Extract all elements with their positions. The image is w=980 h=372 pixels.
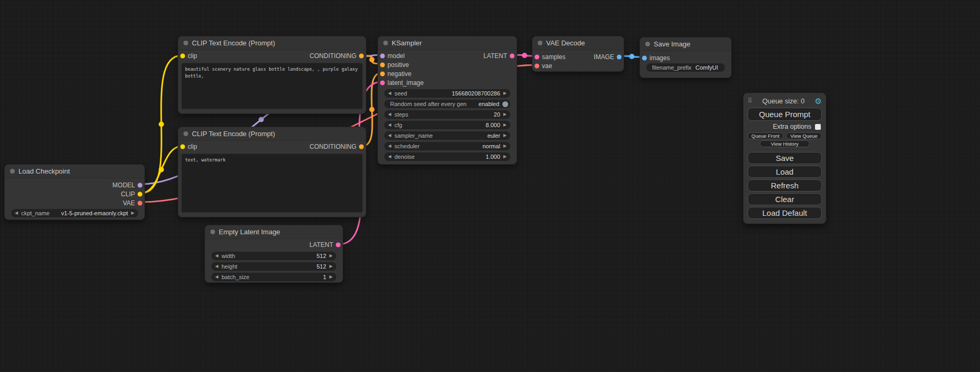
load-button[interactable]: Load bbox=[748, 166, 822, 178]
node-header[interactable]: KSampler bbox=[378, 36, 517, 50]
widget-denoise[interactable]: ◀ denoise 1.000 ▶ bbox=[384, 152, 510, 161]
node-header[interactable]: VAE Decode bbox=[532, 36, 624, 50]
collapse-dot-icon[interactable] bbox=[10, 169, 15, 174]
widget-filename-prefix[interactable]: filename_prefix ComfyUI bbox=[646, 63, 725, 72]
increment-arrow-icon[interactable]: ▶ bbox=[329, 264, 333, 269]
input-port-positive[interactable] bbox=[380, 62, 385, 67]
increment-arrow-icon[interactable]: ▶ bbox=[131, 211, 134, 215]
node-empty-latent-image[interactable]: Empty Latent Image LATENT ◀ width 512 ▶ … bbox=[205, 225, 343, 283]
decrement-arrow-icon[interactable]: ◀ bbox=[388, 144, 391, 148]
input-port-vae[interactable] bbox=[535, 63, 539, 68]
toggle-knob-icon[interactable] bbox=[502, 101, 508, 107]
widget-batch-size[interactable]: ◀ batch_size 1 ▶ bbox=[211, 273, 336, 281]
increment-arrow-icon[interactable]: ▶ bbox=[503, 155, 507, 159]
node-vae-decode[interactable]: VAE Decode samples IMAGE vae bbox=[532, 36, 624, 72]
node-title: VAE Decode bbox=[546, 39, 585, 47]
input-port-latent-image[interactable] bbox=[380, 80, 385, 85]
widget-cfg[interactable]: ◀ cfg 8.000 ▶ bbox=[384, 121, 510, 129]
node-ksampler[interactable]: KSampler model LATENT positive negative … bbox=[377, 36, 517, 165]
link-midpoint-dot[interactable] bbox=[159, 122, 164, 127]
node-header[interactable]: CLIP Text Encode (Prompt) bbox=[178, 127, 366, 141]
link-midpoint-dot[interactable] bbox=[370, 57, 375, 62]
decrement-arrow-icon[interactable]: ◀ bbox=[215, 264, 218, 269]
output-port-vae[interactable] bbox=[138, 201, 142, 205]
output-label-latent: LATENT bbox=[309, 241, 333, 249]
node-header[interactable]: Empty Latent Image bbox=[205, 225, 343, 239]
widget-sampler-name[interactable]: ◀ sampler_name euler ▶ bbox=[384, 131, 510, 140]
prompt-textarea[interactable]: text, watermark bbox=[181, 154, 363, 213]
widget-seed[interactable]: ◀ seed 156680208700286 ▶ bbox=[384, 89, 510, 98]
node-clip-text-encode-negative[interactable]: CLIP Text Encode (Prompt) clip CONDITION… bbox=[178, 127, 366, 217]
input-port-model[interactable] bbox=[380, 53, 385, 58]
view-queue-button[interactable]: View Queue bbox=[786, 132, 822, 139]
decrement-arrow-icon[interactable]: ◀ bbox=[388, 133, 391, 138]
increment-arrow-icon[interactable]: ▶ bbox=[503, 112, 507, 117]
node-header[interactable]: Load Checkpoint bbox=[5, 165, 144, 178]
node-header[interactable]: CLIP Text Encode (Prompt) bbox=[178, 36, 366, 50]
collapse-dot-icon[interactable] bbox=[538, 41, 542, 45]
decrement-arrow-icon[interactable]: ◀ bbox=[388, 112, 391, 117]
prompt-textarea[interactable]: beautiful scenery nature glass bottle la… bbox=[181, 63, 363, 109]
link-midpoint-dot[interactable] bbox=[370, 107, 375, 112]
view-history-button[interactable]: View History bbox=[760, 140, 810, 147]
output-port-image[interactable] bbox=[617, 54, 622, 59]
decrement-arrow-icon[interactable]: ◀ bbox=[215, 254, 218, 258]
save-button[interactable]: Save bbox=[748, 152, 822, 164]
input-label-model: model bbox=[387, 52, 405, 60]
extra-options-checkbox[interactable] bbox=[815, 124, 821, 130]
queue-front-button[interactable]: Queue Front bbox=[748, 132, 783, 139]
link-midpoint-dot[interactable] bbox=[522, 53, 527, 58]
output-port-conditioning[interactable] bbox=[359, 145, 364, 149]
node-clip-text-encode-positive[interactable]: CLIP Text Encode (Prompt) clip CONDITION… bbox=[178, 36, 366, 114]
decrement-arrow-icon[interactable]: ◀ bbox=[215, 275, 218, 279]
load-default-button[interactable]: Load Default bbox=[748, 207, 822, 219]
link-midpoint-dot[interactable] bbox=[259, 117, 264, 122]
widget-label: ckpt_name bbox=[21, 210, 50, 216]
widget-scheduler[interactable]: ◀ scheduler normal ▶ bbox=[384, 142, 510, 150]
widget-steps[interactable]: ◀ steps 20 ▶ bbox=[384, 110, 510, 119]
input-port-clip[interactable] bbox=[180, 145, 185, 149]
link-midpoint-dot[interactable] bbox=[629, 54, 635, 59]
input-label-vae: vae bbox=[542, 62, 552, 70]
input-port-negative[interactable] bbox=[380, 71, 385, 76]
widget-height[interactable]: ◀ height 512 ▶ bbox=[211, 262, 336, 271]
increment-arrow-icon[interactable]: ▶ bbox=[503, 91, 507, 96]
collapse-dot-icon[interactable] bbox=[183, 41, 188, 45]
input-port-images[interactable] bbox=[642, 55, 647, 60]
decrement-arrow-icon[interactable]: ◀ bbox=[15, 211, 18, 215]
queue-prompt-button[interactable]: Queue Prompt bbox=[748, 108, 822, 121]
settings-gear-icon[interactable]: ⚙ bbox=[815, 97, 822, 105]
drag-handle-icon[interactable]: ⠿ bbox=[748, 97, 752, 104]
clear-button[interactable]: Clear bbox=[748, 193, 822, 205]
widget-random-seed-toggle[interactable]: Random seed after every gen enabled bbox=[384, 100, 510, 108]
decrement-arrow-icon[interactable]: ◀ bbox=[388, 123, 391, 127]
link-midpoint-dot[interactable] bbox=[159, 167, 164, 173]
increment-arrow-icon[interactable]: ▶ bbox=[503, 123, 507, 127]
widget-width[interactable]: ◀ width 512 ▶ bbox=[211, 252, 336, 260]
widget-label: scheduler bbox=[394, 143, 420, 149]
collapse-dot-icon[interactable] bbox=[183, 131, 188, 136]
increment-arrow-icon[interactable]: ▶ bbox=[329, 275, 333, 279]
collapse-dot-icon[interactable] bbox=[383, 41, 388, 45]
output-port-latent[interactable] bbox=[336, 243, 341, 247]
node-save-image[interactable]: Save Image images filename_prefix ComfyU… bbox=[639, 37, 732, 78]
input-port-clip[interactable] bbox=[180, 54, 185, 59]
collapse-dot-icon[interactable] bbox=[645, 42, 650, 46]
output-port-model[interactable] bbox=[138, 183, 142, 187]
node-load-checkpoint[interactable]: Load Checkpoint MODEL CLIP VAE ◀ ckpt_na… bbox=[4, 164, 145, 220]
decrement-arrow-icon[interactable]: ◀ bbox=[388, 155, 391, 159]
input-label-samples: samples bbox=[542, 53, 566, 61]
node-header[interactable]: Save Image bbox=[640, 37, 731, 51]
input-port-samples[interactable] bbox=[535, 54, 539, 59]
collapse-dot-icon[interactable] bbox=[210, 230, 215, 234]
output-port-clip[interactable] bbox=[138, 192, 142, 196]
increment-arrow-icon[interactable]: ▶ bbox=[503, 144, 507, 148]
widget-value: v1-5-pruned-emaonly.ckpt bbox=[61, 210, 128, 216]
increment-arrow-icon[interactable]: ▶ bbox=[329, 254, 333, 258]
output-port-latent[interactable] bbox=[510, 53, 515, 58]
widget-ckpt-name[interactable]: ◀ ckpt_name v1-5-pruned-emaonly.ckpt ▶ bbox=[11, 209, 138, 217]
decrement-arrow-icon[interactable]: ◀ bbox=[388, 91, 391, 96]
output-port-conditioning[interactable] bbox=[359, 54, 364, 59]
refresh-button[interactable]: Refresh bbox=[748, 179, 822, 192]
increment-arrow-icon[interactable]: ▶ bbox=[503, 133, 507, 138]
